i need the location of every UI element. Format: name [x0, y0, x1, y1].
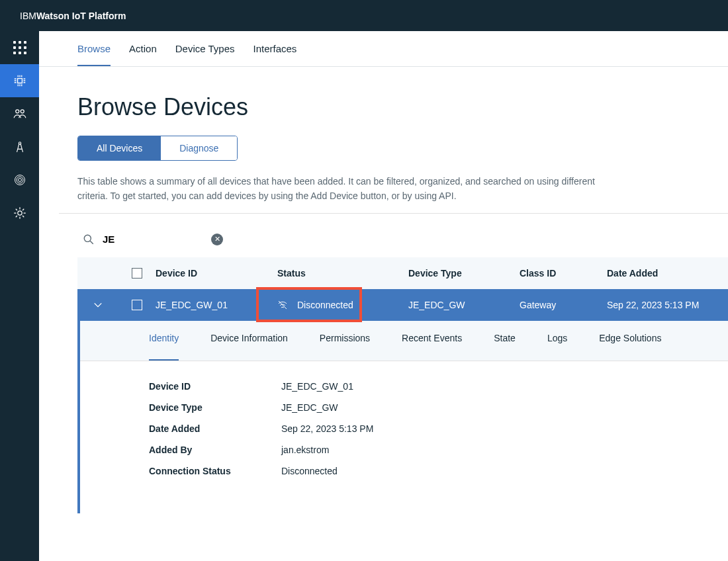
sidenav-compass[interactable]: [0, 130, 39, 163]
cell-status: Disconnected: [297, 300, 353, 310]
table-header-row: Device ID Status Device Type Class ID Da…: [77, 257, 728, 289]
cell-class-id: Gateway: [520, 300, 607, 310]
tab-action[interactable]: Action: [129, 43, 157, 66]
cell-date-added: Sep 22, 2023 5:13 PM: [607, 300, 728, 310]
tab-interfaces[interactable]: Interfaces: [253, 43, 297, 66]
sidenav-members[interactable]: [0, 97, 39, 130]
col-status[interactable]: Status: [277, 268, 408, 279]
detail-tabs: Identity Device Information Permissions …: [80, 321, 728, 361]
top-header: IBM Watson IoT Platform: [0, 0, 728, 31]
cell-device-type: JE_EDC_GW: [408, 300, 520, 310]
members-icon: [13, 107, 26, 120]
side-navigation: [0, 31, 39, 561]
identity-panel: Device IDJE_EDC_GW_01 Device TypeJE_EDC_…: [80, 361, 728, 513]
detail-tab-permissions[interactable]: Permissions: [320, 333, 370, 351]
clear-search-icon[interactable]: ✕: [211, 234, 223, 245]
detail-tab-identity[interactable]: Identity: [149, 333, 179, 361]
label-date-added: Date Added: [149, 423, 281, 434]
detail-tab-state[interactable]: State: [494, 333, 516, 351]
select-all-checkbox[interactable]: [132, 268, 142, 279]
col-device-type[interactable]: Device Type: [408, 268, 520, 279]
value-device-type: JE_EDC_GW: [281, 402, 338, 413]
value-date-added: Sep 22, 2023 5:13 PM: [281, 423, 373, 434]
detail-tab-recent-events[interactable]: Recent Events: [402, 333, 462, 351]
value-device-id: JE_EDC_GW_01: [281, 381, 353, 392]
label-added-by: Added By: [149, 445, 281, 455]
detail-tab-device-information[interactable]: Device Information: [210, 333, 288, 351]
col-date-added[interactable]: Date Added: [607, 268, 728, 279]
device-detail-panel: Identity Device Information Permissions …: [77, 321, 728, 513]
segment-diagnose[interactable]: Diagnose: [161, 136, 237, 160]
segment-all-devices[interactable]: All Devices: [78, 136, 161, 160]
brand-prefix: IBM: [20, 11, 36, 21]
label-connection-status: Connection Status: [149, 466, 281, 476]
table-row[interactable]: JE_EDC_GW_01 Disconnected JE_EDC_GW Gate…: [77, 289, 728, 321]
apps-grid-icon: [13, 41, 26, 54]
svg-point-5: [18, 179, 21, 182]
cell-device-id: JE_EDC_GW_01: [156, 300, 277, 310]
detail-tab-edge-solutions[interactable]: Edge Solutions: [599, 333, 661, 351]
view-toggle: All Devices Diagnose: [77, 136, 238, 161]
tab-browse[interactable]: Browse: [77, 43, 111, 66]
svg-point-4: [17, 177, 23, 183]
row-checkbox[interactable]: [132, 300, 142, 310]
search-icon: [83, 234, 95, 245]
sidenav-devices[interactable]: [0, 64, 39, 97]
sidenav-settings[interactable]: [0, 196, 39, 230]
main-content: Browse Action Device Types Interfaces Br…: [39, 31, 728, 561]
label-device-type: Device Type: [149, 402, 281, 413]
compass-icon: [14, 140, 26, 153]
chevron-down-icon[interactable]: [93, 300, 103, 310]
tab-device-types[interactable]: Device Types: [175, 43, 235, 66]
page-description: This table shows a summary of all device…: [77, 174, 620, 204]
label-device-id: Device ID: [149, 381, 281, 392]
col-device-id[interactable]: Device ID: [156, 268, 277, 279]
svg-point-6: [17, 211, 21, 215]
svg-point-7: [84, 235, 91, 241]
brand-name: Watson IoT Platform: [36, 11, 126, 21]
col-class-id[interactable]: Class ID: [520, 268, 607, 279]
chip-icon: [13, 73, 27, 88]
value-connection-status: Disconnected: [281, 466, 338, 476]
devices-table: Device ID Status Device Type Class ID Da…: [77, 257, 728, 513]
top-tabs: Browse Action Device Types Interfaces: [39, 31, 728, 67]
search-input[interactable]: [103, 234, 208, 245]
sidenav-apps[interactable]: [0, 31, 39, 64]
gear-icon: [13, 206, 26, 220]
sidenav-fingerprint[interactable]: [0, 163, 39, 196]
disconnected-icon: [277, 300, 288, 310]
detail-tab-logs[interactable]: Logs: [547, 333, 567, 351]
svg-point-1: [21, 110, 24, 113]
fingerprint-icon: [13, 173, 26, 187]
page-content: Browse Devices All Devices Diagnose This…: [39, 67, 728, 204]
value-added-by: jan.ekstrom: [281, 445, 329, 455]
svg-point-0: [15, 110, 19, 113]
search-bar: ✕: [77, 214, 728, 257]
page-title: Browse Devices: [77, 93, 708, 121]
